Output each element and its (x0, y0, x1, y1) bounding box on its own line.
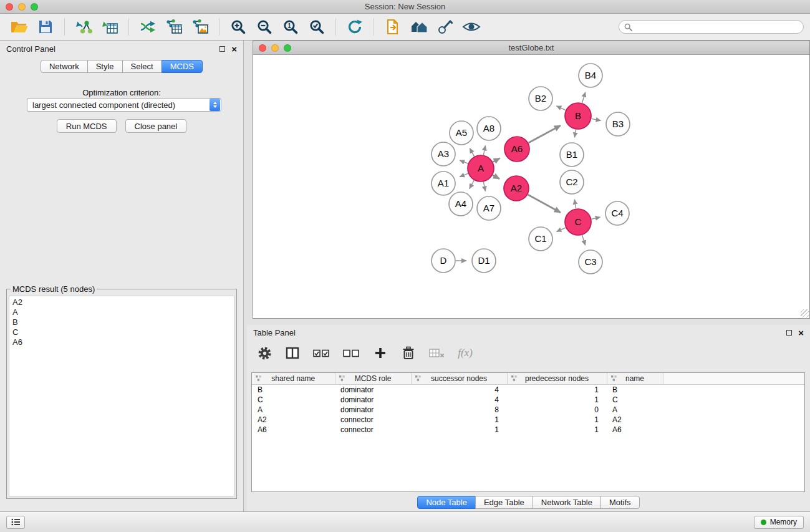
show-columns-button[interactable] (285, 344, 300, 362)
minimize-window-button[interactable] (18, 3, 26, 11)
graph-node-D[interactable]: D (432, 249, 455, 273)
annotation-button[interactable] (435, 17, 456, 37)
graph-edge-A-A3[interactable] (460, 160, 468, 163)
table-cell[interactable]: A (252, 405, 335, 415)
table-cell[interactable]: A6 (607, 425, 663, 435)
table-cell[interactable]: 1 (507, 415, 607, 425)
zoom-actual-button[interactable]: 1 (280, 17, 301, 37)
import-network-button[interactable] (73, 17, 94, 37)
mcds-result-item[interactable]: A2 (12, 297, 231, 307)
deselect-all-columns-button[interactable] (343, 344, 360, 362)
import-table-button[interactable] (99, 17, 120, 37)
table-cell[interactable]: 1 (507, 384, 607, 395)
graph-edge-A-A4[interactable] (470, 180, 475, 188)
tab-node-table[interactable]: Node Table (417, 496, 476, 509)
table-cell[interactable]: B (252, 384, 335, 395)
graph-node-A[interactable]: A (468, 155, 494, 181)
save-session-button[interactable] (35, 17, 56, 37)
table-cell[interactable]: A (607, 405, 663, 415)
graph-edge-B-B3[interactable] (592, 118, 601, 120)
graph-edge-A6-B[interactable] (528, 125, 560, 143)
open-document-button[interactable] (382, 17, 403, 37)
search-field[interactable] (619, 20, 804, 34)
graph-node-C2[interactable]: C2 (560, 170, 584, 194)
run-mcds-button[interactable]: Run MCDS (57, 119, 117, 133)
float-panel-icon[interactable] (219, 46, 225, 52)
table-settings-button[interactable] (257, 344, 272, 362)
table-cell[interactable]: connector (335, 425, 411, 435)
table-cell[interactable]: connector (335, 415, 411, 425)
graph-node-B2[interactable]: B2 (529, 87, 552, 110)
network-image-button[interactable] (190, 17, 211, 37)
graph-edge-A-A6[interactable] (493, 158, 499, 162)
optimization-dropdown[interactable]: largest connected component (directed) (27, 98, 221, 112)
table-cell[interactable]: A2 (607, 415, 663, 425)
graph-node-C4[interactable]: C4 (605, 201, 629, 225)
graph-edge-B-B1[interactable] (574, 130, 576, 138)
table-cell[interactable]: 4 (411, 395, 507, 405)
close-panel-button[interactable]: Close panel (125, 119, 187, 133)
graph-edge-A-A2[interactable] (493, 175, 499, 179)
home-view-button[interactable] (408, 17, 430, 37)
zoom-in-button[interactable] (228, 17, 249, 37)
graph-edge-A-A1[interactable] (460, 173, 468, 177)
tab-mcds[interactable]: MCDS (162, 60, 203, 73)
graph-node-B3[interactable]: B3 (606, 112, 630, 136)
minimize-network-button[interactable] (271, 44, 279, 52)
graph-edge-C-C2[interactable] (574, 200, 576, 209)
close-table-panel-icon[interactable]: × (798, 328, 804, 337)
graph-node-C[interactable]: C (565, 209, 591, 235)
close-window-button[interactable] (6, 3, 13, 11)
tab-network[interactable]: Network (41, 60, 88, 73)
table-cell[interactable]: C (607, 395, 663, 405)
graph-node-A8[interactable]: A8 (477, 117, 501, 140)
graph-node-A7[interactable]: A7 (477, 196, 501, 220)
show-panels-button[interactable] (6, 516, 25, 529)
mcds-result-item[interactable]: A (12, 307, 231, 317)
graph-edge-C-C4[interactable] (591, 217, 600, 219)
tab-edge-table[interactable]: Edge Table (475, 496, 533, 509)
export-network-button[interactable] (137, 17, 158, 37)
table-row[interactable]: Adominator80A (252, 405, 804, 415)
tab-network-table[interactable]: Network Table (533, 496, 601, 509)
column-header-name[interactable]: name (607, 373, 663, 384)
column-header-shared-name[interactable]: shared name (252, 373, 335, 384)
resize-grip[interactable] (801, 309, 809, 317)
maximize-window-button[interactable] (31, 3, 38, 11)
graph-node-A6[interactable]: A6 (504, 137, 529, 162)
close-network-button[interactable] (259, 44, 266, 52)
tab-style[interactable]: Style (87, 60, 123, 73)
table-cell[interactable]: A6 (252, 425, 335, 435)
graph-node-A4[interactable]: A4 (449, 192, 473, 216)
zoom-out-button[interactable] (254, 17, 275, 37)
graph-node-D1[interactable]: D1 (472, 249, 496, 273)
open-file-button[interactable] (9, 17, 30, 37)
graph-edge-B-B2[interactable] (556, 106, 566, 110)
table-cell[interactable]: 4 (411, 384, 507, 395)
graph-edge-A2-C[interactable] (528, 195, 560, 213)
network-canvas[interactable]: B4B2BB3A5A8A6A3B1AC2A1A2A4A7C4CC1DD1C3 (253, 55, 809, 318)
tab-motifs[interactable]: Motifs (600, 496, 640, 509)
table-cell[interactable]: dominator (335, 395, 411, 405)
graph-edge-A-A5[interactable] (470, 148, 474, 157)
add-row-button[interactable] (373, 344, 388, 362)
column-header-successor-nodes[interactable]: successor nodes (411, 373, 507, 384)
column-header-MCDS-role[interactable]: MCDS role (335, 373, 411, 384)
zoom-fit-button[interactable] (306, 17, 327, 37)
table-row[interactable]: Bdominator41B (252, 384, 804, 395)
table-row[interactable]: A6connector11A6 (252, 425, 804, 435)
table-cell[interactable]: B (607, 384, 663, 395)
mcds-result-item[interactable]: B (12, 317, 231, 327)
graph-node-A1[interactable]: A1 (432, 172, 455, 195)
table-row[interactable]: Cdominator41C (252, 395, 804, 405)
mcds-result-item[interactable]: A6 (12, 337, 231, 347)
maximize-network-button[interactable] (284, 44, 291, 52)
graph-edge-A-A7[interactable] (483, 182, 485, 191)
float-table-panel-icon[interactable] (786, 330, 792, 336)
graph-node-B1[interactable]: B1 (560, 143, 584, 167)
graph-node-C1[interactable]: C1 (529, 227, 552, 251)
graph-edge-C-C3[interactable] (582, 235, 586, 245)
graph-edge-C-C1[interactable] (557, 228, 566, 231)
network-graph[interactable]: B4B2BB3A5A8A6A3B1AC2A1A2A4A7C4CC1DD1C3 (253, 55, 809, 318)
table-cell[interactable]: C (252, 395, 335, 405)
